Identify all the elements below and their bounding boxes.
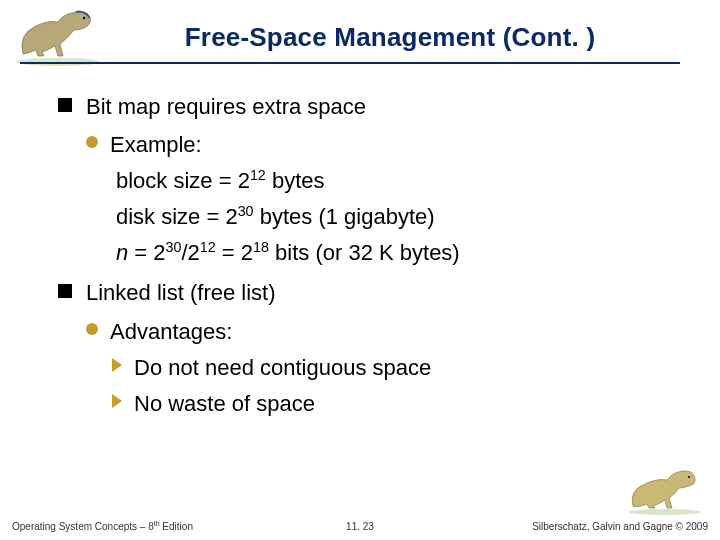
svg-point-2 — [629, 509, 701, 515]
bullet-text: Do not need contiguous space — [134, 355, 431, 380]
bullet-advantages: Advantages: — [86, 315, 680, 349]
text: disk size = 2 — [116, 204, 238, 229]
bullet-text: Advantages: — [110, 319, 232, 344]
slide-title: Free-Space Management (Cont. ) — [110, 22, 670, 53]
bullet-adv-nowaste: No waste of space — [112, 387, 680, 421]
bullet-linked-list: Linked list (free list) — [58, 276, 680, 310]
slide: Free-Space Management (Cont. ) Bit map r… — [0, 0, 720, 540]
line-disk-size: disk size = 230 bytes (1 gigabyte) — [112, 200, 680, 234]
title-underline — [20, 62, 680, 64]
dinosaur-icon — [623, 466, 708, 516]
slide-content: Bit map requires extra space Example: bl… — [58, 90, 680, 421]
bullet-example: Example: — [86, 128, 680, 162]
text: /2 — [181, 240, 199, 265]
title-text: Free-Space Management (Cont. ) — [185, 22, 596, 52]
bullet-text: Bit map requires extra space — [86, 94, 366, 119]
text: block size = 2 — [116, 168, 250, 193]
exponent: 12 — [200, 239, 216, 255]
text: = 2 — [128, 240, 165, 265]
bullet-text: Example: — [110, 132, 202, 157]
bullet-bitmap: Bit map requires extra space — [58, 90, 680, 124]
text: bytes (1 gigabyte) — [254, 204, 435, 229]
exponent: 12 — [250, 167, 266, 183]
bullet-text: No waste of space — [134, 391, 315, 416]
dinosaur-icon — [8, 4, 108, 66]
line-block-size: block size = 212 bytes — [112, 164, 680, 198]
text: bits (or 32 K bytes) — [269, 240, 460, 265]
footer-right: Silberschatz, Galvin and Gagne © 2009 — [532, 521, 708, 532]
bullet-adv-contiguous: Do not need contiguous space — [112, 351, 680, 385]
svg-point-3 — [688, 476, 690, 478]
copyright: Silberschatz, Galvin and Gagne © 2009 — [532, 521, 708, 532]
var-n: n — [116, 240, 128, 265]
line-n-formula: n = 230/212 = 218 bits (or 32 K bytes) — [112, 236, 680, 270]
exponent: 18 — [253, 239, 269, 255]
exponent: 30 — [166, 239, 182, 255]
svg-point-1 — [83, 17, 85, 19]
exponent: 30 — [238, 203, 254, 219]
slide-number: 11. 23 — [346, 521, 374, 532]
text: = 2 — [216, 240, 253, 265]
bullet-text: Linked list (free list) — [86, 280, 276, 305]
text: bytes — [266, 168, 325, 193]
